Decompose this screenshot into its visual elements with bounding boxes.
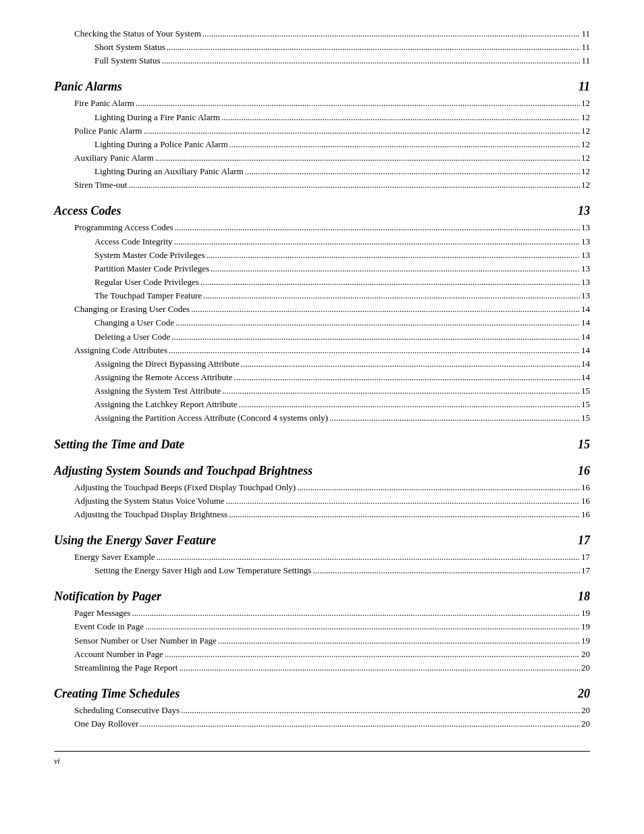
toc-indent-wrapper: Adjusting the System Status Voice Volume… [54, 494, 590, 508]
toc-entry-pagenum: 16 [581, 508, 590, 521]
toc-entry-pagenum: 19 [581, 606, 590, 620]
section-header-text: Using the Energy Saver Feature [54, 533, 216, 548]
section-header-num: 17 [578, 533, 590, 548]
toc-indent-wrapper: One Day Rollover20 [54, 717, 590, 731]
toc-entry-dots [207, 249, 580, 262]
toc-entry-dots [132, 606, 580, 620]
toc-entry: Auxiliary Panic Alarm12 [74, 151, 590, 165]
toc-entry-text: Assigning the Direct Bypassing Attribute [95, 357, 239, 371]
toc-entry: Assigning the Latchkey Report Attribute1… [95, 398, 590, 411]
toc-entry-pagenum: 12 [581, 138, 590, 151]
toc-entry-pagenum: 14 [581, 344, 590, 357]
toc-indent-wrapper: Lighting During a Fire Panic Alarm12 [54, 111, 590, 124]
toc-entry-pagenum: 14 [581, 316, 590, 330]
toc-entry-dots [162, 54, 581, 68]
toc-entry: Changing or Erasing User Codes14 [74, 303, 590, 316]
toc-entry-pagenum: 20 [581, 717, 590, 731]
section-header: Adjusting System Sounds and Touchpad Bri… [54, 464, 590, 478]
toc-indent-wrapper: System Master Code Privileges13 [54, 249, 590, 262]
toc-entry-pagenum: 15 [581, 384, 590, 398]
toc-entry-text: Scheduling Consecutive Days [74, 704, 180, 717]
toc-entry-text: Lighting During a Fire Panic Alarm [95, 111, 220, 124]
toc-indent-wrapper: Checking the Status of Your System11 [54, 27, 590, 41]
toc-entry: Assigning Code Attributes14 [74, 344, 590, 357]
toc-entry-pagenum: 19 [581, 634, 590, 648]
toc-entry-dots [229, 508, 580, 521]
toc-entry-dots [169, 344, 580, 357]
toc-entry-text: Adjusting the System Status Voice Volume [74, 494, 225, 508]
toc-entry-pagenum: 14 [581, 371, 590, 384]
toc-entry-text: The Touchpad Tamper Feature [95, 289, 202, 303]
toc-indent-wrapper: Changing a User Code14 [54, 316, 590, 330]
toc-entry-dots [203, 289, 580, 303]
toc-indent-wrapper: Assigning the System Test Attribute15 [54, 384, 590, 398]
toc-entry-text: Event Code in Page [74, 620, 144, 633]
toc-entry: Streamlining the Page Report20 [74, 661, 590, 675]
toc-indent-wrapper: Pager Messages19 [54, 606, 590, 620]
toc-entry-text: Adjusting the Touchpad Display Brightnes… [74, 508, 227, 521]
toc-entry-text: Assigning the Latchkey Report Attribute [95, 398, 238, 411]
toc-entry: Fire Panic Alarm12 [74, 97, 590, 110]
section-header: Creating Time Schedules20 [54, 687, 590, 701]
toc-entry-pagenum: 12 [581, 111, 590, 124]
toc-entry-pagenum: 13 [581, 276, 590, 289]
toc-entry-text: Access Code Integrity [95, 235, 173, 249]
toc-indent-wrapper: Streamlining the Page Report20 [54, 661, 590, 675]
toc-entry-dots [179, 661, 580, 675]
toc-entry-text: Checking the Status of Your System [74, 27, 201, 41]
section-header-text: Creating Time Schedules [54, 687, 180, 701]
toc-entry: Regular User Code Privileges13 [95, 276, 590, 289]
toc-entry: Access Code Integrity13 [95, 235, 590, 249]
toc-entry-dots [200, 276, 580, 289]
toc-entry-dots [175, 221, 580, 234]
toc-indent-wrapper: Deleting a User Code14 [54, 330, 590, 344]
toc-entry: Setting the Energy Saver High and Low Te… [95, 564, 590, 577]
toc-entry: Pager Messages19 [74, 606, 590, 620]
toc-entry-dots [218, 634, 580, 648]
toc-indent-wrapper: The Touchpad Tamper Feature13 [54, 289, 590, 303]
section-header-text: Panic Alarms [54, 80, 122, 94]
toc-entry-text: Assigning Code Attributes [74, 344, 167, 357]
toc-entry: Assigning the Remote Access Attribute14 [95, 371, 590, 384]
toc-entry-pagenum: 12 [581, 151, 590, 165]
toc-entry-text: Pager Messages [74, 606, 130, 620]
toc-entry-text: Siren Time-out [74, 178, 127, 192]
toc-indent-wrapper: Energy Saver Example17 [54, 550, 590, 564]
toc-entry-text: Partition Master Code Privileges [95, 262, 209, 276]
section-header-text: Notification by Pager [54, 590, 161, 604]
toc-entry-pagenum: 20 [581, 661, 590, 675]
toc-entry-text: Energy Saver Example [74, 550, 155, 564]
toc-entry-dots [155, 151, 580, 165]
footer-label: vi [54, 756, 60, 766]
toc-indent-wrapper: Adjusting the Touchpad Display Brightnes… [54, 508, 590, 521]
toc-entry-text: Adjusting the Touchpad Beeps (Fixed Disp… [74, 481, 296, 494]
section-header-num: 15 [578, 438, 590, 452]
toc-entry-pagenum: 14 [581, 303, 590, 316]
toc-entry: Police Panic Alarm12 [74, 124, 590, 138]
toc-indent-wrapper: Regular User Code Privileges13 [54, 276, 590, 289]
toc-entry: Lighting During an Auxiliary Panic Alarm… [95, 165, 590, 178]
toc-entry-text: Sensor Number or User Number in Page [74, 634, 217, 648]
toc-entry-dots [191, 303, 580, 316]
toc-entry: Siren Time-out12 [74, 178, 590, 192]
toc-entry: Energy Saver Example17 [74, 550, 590, 564]
toc-entry-pagenum: 11 [581, 27, 590, 41]
toc-indent-wrapper: Assigning the Direct Bypassing Attribute… [54, 357, 590, 371]
toc-indent-wrapper: Full System Status11 [54, 54, 590, 68]
toc-entry: Assigning the Direct Bypassing Attribute… [95, 357, 590, 371]
toc-entry-pagenum: 20 [581, 704, 590, 717]
section-header: Using the Energy Saver Feature17 [54, 533, 590, 548]
toc-entry-dots [211, 262, 580, 276]
toc-entry-dots [239, 398, 580, 411]
toc-entry: Event Code in Page19 [74, 620, 590, 633]
section-header-num: 20 [578, 687, 590, 701]
toc-entry-pagenum: 11 [581, 54, 590, 68]
toc-entry-text: Account Number in Page [74, 648, 163, 661]
toc-entry-pagenum: 12 [581, 124, 590, 138]
section-header: Notification by Pager18 [54, 590, 590, 604]
toc-entry: Checking the Status of Your System11 [74, 27, 590, 41]
toc-entry-text: Assigning the Partition Access Attribute… [95, 411, 328, 425]
toc-entry-dots [313, 564, 580, 577]
section-header-num: 13 [578, 204, 590, 218]
toc-entry-pagenum: 14 [581, 330, 590, 344]
